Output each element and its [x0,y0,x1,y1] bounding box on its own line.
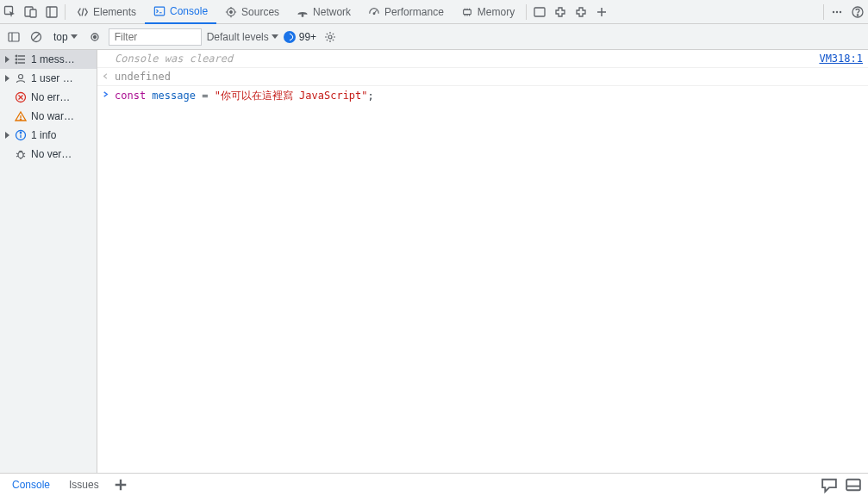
return-marker-icon [101,71,109,80]
svg-rect-3 [47,7,57,17]
extension-icon-2[interactable] [571,0,591,24]
add-drawer-tab-icon[interactable] [111,475,130,494]
elements-icon [77,6,89,18]
chevron-down-icon [272,34,278,39]
filter-input[interactable] [109,28,202,46]
source-link[interactable]: VM318:1 [819,53,863,65]
levels-selector[interactable]: Default levels [207,31,278,43]
dock-side-icon[interactable] [41,0,62,24]
sidebar-item-errors[interactable]: No err… [0,88,97,107]
svg-rect-39 [846,480,860,491]
tab-sources-label: Sources [241,6,279,18]
undefined-text: undefined [115,71,863,83]
svg-point-22 [93,35,96,38]
svg-point-37 [18,152,23,158]
tab-network[interactable]: Network [288,0,359,24]
send-feedback-icon[interactable] [820,475,839,494]
sidebar-messages-label: 1 mess… [31,53,93,65]
performance-icon [368,6,380,18]
info-icon [14,128,28,142]
levels-label: Default levels [207,31,269,43]
drawer-tab-issues[interactable]: Issues [62,474,106,495]
list-icon [14,53,28,66]
tab-memory-label: Memory [478,6,515,18]
bug-icon [14,147,28,161]
svg-point-29 [16,62,16,63]
drawer-tab-console[interactable]: Console [5,474,57,495]
tab-elements-label: Elements [93,6,136,18]
help-icon[interactable] [847,0,868,24]
svg-point-13 [836,10,838,12]
expand-icon [3,56,10,63]
error-icon [14,90,28,104]
console-return-undefined: undefined [97,68,868,86]
sidebar-verbose-label: No ver… [31,148,93,160]
tab-console[interactable]: Console [145,0,216,24]
sidebar-item-warnings[interactable]: No war… [0,107,97,126]
context-selector[interactable]: top [50,29,81,45]
tab-performance[interactable]: Performance [359,0,453,24]
tab-console-label: Console [170,5,208,17]
svg-point-38 [103,76,103,77]
message-sidebar: 1 mess… 1 user … No err… No war… 1 info … [0,50,97,473]
issues-badge[interactable]: 99+ [284,31,316,43]
issue-count: 99+ [299,31,316,43]
svg-point-23 [328,35,332,39]
divider [823,4,824,20]
svg-point-36 [20,133,21,133]
prompt-marker-icon [101,89,109,98]
expand-icon [3,75,10,82]
sidebar-info-label: 1 info [31,129,93,141]
sidebar-item-messages[interactable]: 1 mess… [0,50,97,69]
live-expression-icon[interactable] [86,28,103,46]
console-message-cleared: Console was cleared VM318:1 [97,50,868,68]
device-toggle-icon[interactable] [21,0,41,24]
divider [65,4,66,20]
svg-rect-2 [30,9,36,17]
console-code: const message = "你可以在這裡寫 JavaScript"; [115,89,863,103]
svg-point-33 [20,119,21,120]
user-icon [14,71,28,85]
divider [526,4,527,20]
svg-point-9 [373,12,375,14]
extension-icon-1[interactable] [550,0,571,24]
drawer-console-label: Console [12,479,50,491]
panel-icon[interactable] [529,0,550,24]
clear-console-icon[interactable] [28,28,45,46]
inspect-element-icon[interactable] [0,0,21,24]
svg-point-7 [230,10,233,13]
console-settings-icon[interactable] [322,28,339,46]
memory-icon [461,6,473,18]
console-output: Console was cleared VM318:1 undefined co… [97,50,868,473]
sources-icon [225,6,237,18]
warning-icon [14,109,28,123]
issue-dot-icon [284,31,296,43]
sidebar-item-verbose[interactable]: No ver… [0,145,97,164]
chevron-down-icon [71,34,78,39]
tab-network-label: Network [313,6,351,18]
svg-point-16 [857,14,858,15]
svg-point-30 [19,75,23,79]
svg-rect-17 [9,33,19,41]
svg-point-14 [840,10,841,12]
close-drawer-icon[interactable] [844,475,863,494]
svg-rect-10 [463,9,471,14]
svg-rect-11 [534,8,545,16]
console-input-line[interactable]: const message = "你可以在這裡寫 JavaScript"; [97,86,868,106]
sidebar-item-user[interactable]: 1 user … [0,69,97,88]
cleared-text: Console was cleared [115,53,814,65]
tab-elements[interactable]: Elements [68,0,145,24]
sidebar-errors-label: No err… [31,91,93,103]
toggle-sidebar-icon[interactable] [5,28,22,46]
svg-line-20 [33,34,40,40]
add-tab-icon[interactable] [591,0,612,24]
sidebar-warnings-label: No war… [31,110,93,122]
tab-sources[interactable]: Sources [216,0,288,24]
expand-icon [3,132,10,139]
svg-point-28 [16,59,16,59]
network-icon [297,6,309,18]
marker-blank [101,53,109,54]
more-icon[interactable] [827,0,847,24]
tab-memory[interactable]: Memory [453,0,523,24]
sidebar-item-info[interactable]: 1 info [0,126,97,145]
